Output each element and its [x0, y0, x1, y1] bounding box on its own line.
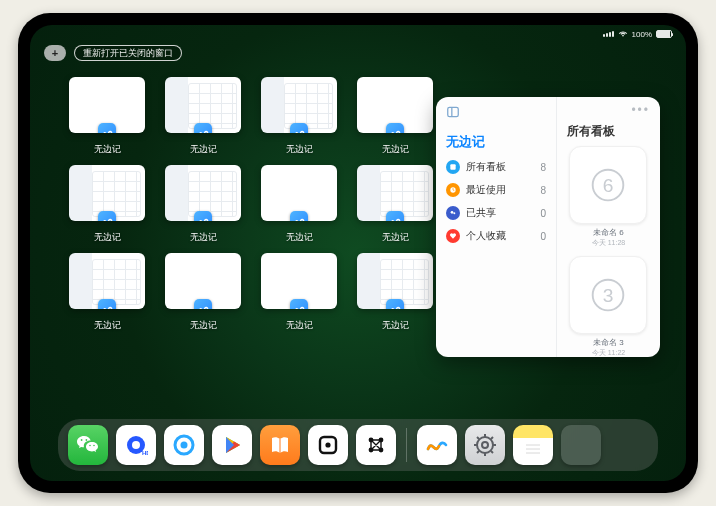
- top-toolbar: + 重新打开已关闭的窗口: [44, 45, 182, 61]
- notes-icon[interactable]: [513, 425, 553, 465]
- wechat-icon[interactable]: [68, 425, 108, 465]
- window-thumbnail[interactable]: 无边记: [164, 77, 242, 157]
- quark-b-icon[interactable]: [164, 425, 204, 465]
- dock: HD: [58, 419, 658, 471]
- freeform-badge-icon: [290, 299, 308, 309]
- board-time: 今天 11:22: [567, 348, 650, 357]
- svg-text:HD: HD: [142, 450, 148, 456]
- svg-point-22: [477, 437, 493, 453]
- board-name: 未命名 3今天 11:22: [567, 337, 650, 357]
- window-thumbnail[interactable]: 无边记: [260, 77, 338, 157]
- thumbnail-preview: [165, 165, 241, 221]
- reopen-closed-window-button[interactable]: 重新打开已关闭的窗口: [74, 45, 182, 61]
- board-item[interactable]: 6未命名 6今天 11:28: [567, 146, 650, 248]
- thumbnail-preview: [357, 77, 433, 133]
- freeform-badge-icon: [194, 211, 212, 221]
- freeform-sidebar-panel[interactable]: 无边记 所有看板8最近使用8已共享0个人收藏0 ••• 所有看板 6未命名 6今…: [436, 97, 660, 357]
- thumbnail-label: 无边记: [190, 319, 217, 332]
- sidebar-toggle-icon[interactable]: [446, 105, 460, 123]
- freeform-badge-icon: [386, 299, 404, 309]
- thumbnail-label: 无边记: [190, 231, 217, 244]
- panel-title-right: 所有看板: [567, 123, 650, 140]
- window-thumbnail[interactable]: 无边记: [68, 165, 146, 245]
- category-row[interactable]: 个人收藏0: [446, 229, 546, 243]
- category-row[interactable]: 最近使用8: [446, 183, 546, 197]
- thumbnail-label: 无边记: [286, 231, 313, 244]
- category-icon: [446, 183, 460, 197]
- freeform-badge-icon: [98, 211, 116, 221]
- window-thumbnail[interactable]: 无边记: [164, 165, 242, 245]
- window-thumbnail[interactable]: 无边记: [356, 165, 434, 245]
- thumbnail-label: 无边记: [94, 143, 121, 156]
- window-thumbnails-grid: 无边记无边记无边记无边记无边记无边记无边记无边记无边记无边记无边记无边记: [68, 77, 428, 333]
- svg-line-30: [491, 437, 493, 439]
- battery-icon: [656, 30, 672, 38]
- svg-point-23: [482, 442, 488, 448]
- board-thumbnail: 3: [569, 256, 647, 334]
- svg-point-4: [451, 211, 454, 214]
- thumbnail-label: 无边记: [94, 231, 121, 244]
- board-thumbnail: 6: [569, 146, 647, 224]
- category-count: 0: [540, 208, 546, 219]
- thumbnail-label: 无边记: [382, 143, 409, 156]
- freeform-badge-icon: [290, 211, 308, 221]
- window-thumbnail[interactable]: 无边记: [164, 253, 242, 333]
- freeform-badge-icon: [290, 123, 308, 133]
- thumbnail-label: 无边记: [382, 231, 409, 244]
- freeform-badge-icon: [386, 123, 404, 133]
- svg-line-31: [477, 451, 479, 453]
- cellular-icon: [603, 31, 614, 37]
- category-icon: [446, 160, 460, 174]
- status-bar: 100%: [30, 25, 686, 43]
- svg-rect-0: [448, 107, 459, 116]
- panel-boards-column: ••• 所有看板 6未命名 6今天 11:283未命名 3今天 11:22: [557, 97, 660, 357]
- board-name: 未命名 6今天 11:28: [567, 227, 650, 248]
- thumbnail-preview: [261, 77, 337, 133]
- window-thumbnail[interactable]: 无边记: [260, 165, 338, 245]
- freeform-badge-icon: [194, 299, 212, 309]
- board-item[interactable]: 3未命名 3今天 11:22: [567, 256, 650, 357]
- category-label: 个人收藏: [466, 229, 506, 243]
- window-thumbnail[interactable]: 无边记: [68, 253, 146, 333]
- window-thumbnail[interactable]: 无边记: [356, 253, 434, 333]
- window-thumbnail[interactable]: 无边记: [68, 77, 146, 157]
- play-icon[interactable]: [212, 425, 252, 465]
- freeform-badge-icon: [386, 211, 404, 221]
- thumbnail-label: 无边记: [382, 319, 409, 332]
- thumbnail-preview: [165, 253, 241, 309]
- svg-text:6: 6: [603, 175, 614, 196]
- more-options-icon[interactable]: •••: [631, 103, 650, 117]
- category-count: 8: [540, 185, 546, 196]
- category-label: 所有看板: [466, 160, 506, 174]
- thumbnail-label: 无边记: [190, 143, 217, 156]
- screen: 100% + 重新打开已关闭的窗口 无边记无边记无边记无边记无边记无边记无边记无…: [30, 25, 686, 481]
- svg-point-14: [181, 442, 188, 449]
- thumbnail-preview: [357, 253, 433, 309]
- connect-icon[interactable]: [356, 425, 396, 465]
- thumbnail-preview: [165, 77, 241, 133]
- freeform-app-icon[interactable]: [417, 425, 457, 465]
- quark-a-icon[interactable]: HD: [116, 425, 156, 465]
- category-icon: [446, 229, 460, 243]
- freeform-badge-icon: [194, 123, 212, 133]
- settings-icon[interactable]: [465, 425, 505, 465]
- window-thumbnail[interactable]: 无边记: [260, 253, 338, 333]
- ipad-device-frame: 100% + 重新打开已关闭的窗口 无边记无边记无边记无边记无边记无边记无边记无…: [18, 13, 698, 493]
- category-row[interactable]: 已共享0: [446, 206, 546, 220]
- board-time: 今天 11:28: [567, 238, 650, 248]
- thumbnail-preview: [69, 165, 145, 221]
- svg-point-17: [325, 442, 330, 447]
- battery-percent: 100%: [632, 30, 652, 39]
- window-thumbnail[interactable]: 无边记: [356, 77, 434, 157]
- category-label: 最近使用: [466, 183, 506, 197]
- card-icon[interactable]: [308, 425, 348, 465]
- category-count: 0: [540, 231, 546, 242]
- svg-line-29: [491, 451, 493, 453]
- category-row[interactable]: 所有看板8: [446, 160, 546, 174]
- category-icon: [446, 206, 460, 220]
- new-window-button[interactable]: +: [44, 45, 66, 61]
- app-library-icon[interactable]: [561, 425, 601, 465]
- svg-rect-2: [450, 164, 455, 169]
- books-icon[interactable]: [260, 425, 300, 465]
- panel-title-left: 无边记: [446, 133, 546, 151]
